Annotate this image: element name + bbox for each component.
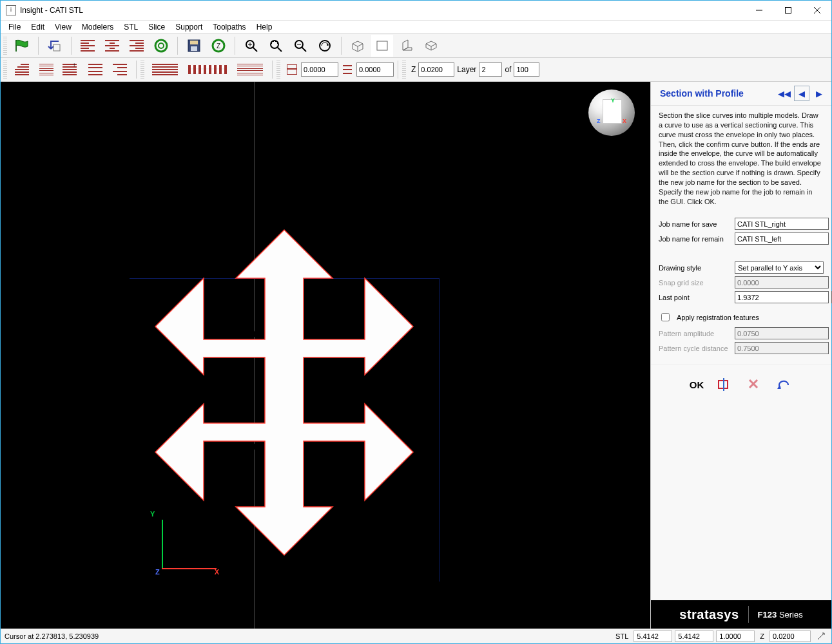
minimize-button[interactable] bbox=[744, 1, 773, 20]
view-side-icon[interactable] bbox=[396, 35, 418, 57]
width-2-icon[interactable] bbox=[340, 59, 355, 80]
indent-1-icon[interactable] bbox=[11, 59, 33, 80]
view-iso-icon[interactable] bbox=[347, 35, 369, 57]
pattern-solid-icon[interactable] bbox=[148, 59, 182, 80]
panel-action-row: OK bbox=[651, 365, 831, 399]
flag-green-icon[interactable] bbox=[11, 35, 33, 57]
status-z-label: Z bbox=[760, 632, 764, 640]
svg-line-19 bbox=[302, 47, 306, 52]
width-2-input[interactable] bbox=[356, 62, 394, 77]
status-bar: Cursor at 2.273813, 5.230939 STL 5.4142 … bbox=[1, 629, 831, 643]
circle-green-icon[interactable] bbox=[150, 35, 172, 57]
layer-input[interactable] bbox=[479, 62, 502, 77]
toolbar-grip[interactable] bbox=[402, 61, 406, 79]
input-job-remain[interactable] bbox=[735, 232, 829, 245]
menu-support[interactable]: Support bbox=[170, 21, 208, 33]
orb-x-label: X bbox=[623, 118, 626, 124]
menu-help[interactable]: Help bbox=[251, 21, 278, 33]
layer-label: Layer bbox=[457, 65, 476, 74]
svg-point-5 bbox=[155, 40, 167, 52]
orb-y-label: Y bbox=[611, 97, 615, 104]
view-top-icon[interactable] bbox=[420, 35, 442, 57]
menu-view[interactable]: View bbox=[50, 21, 77, 33]
svg-rect-22 bbox=[377, 41, 387, 50]
label-pattern-amplitude: Pattern amplitude bbox=[659, 330, 735, 337]
select-drawing-style[interactable]: Set parallel to Y axis bbox=[735, 261, 824, 274]
label-pattern-cycle: Pattern cycle distance bbox=[659, 345, 735, 352]
close-button[interactable] bbox=[802, 1, 831, 20]
input-job-save[interactable] bbox=[735, 218, 829, 230]
toolbar-grip[interactable] bbox=[140, 61, 144, 79]
width-1-input[interactable] bbox=[301, 62, 338, 77]
zoom-in-icon[interactable] bbox=[240, 35, 262, 57]
viewport-3d[interactable]: Y X Z Y Z X bbox=[1, 82, 651, 629]
menu-slice[interactable]: Slice bbox=[143, 21, 170, 33]
svg-line-13 bbox=[253, 47, 257, 52]
menu-modelers[interactable]: Modelers bbox=[77, 21, 119, 33]
toolbar-grip[interactable] bbox=[3, 37, 7, 55]
svg-rect-8 bbox=[190, 41, 198, 44]
orb-z-label: Z bbox=[597, 118, 601, 124]
menu-file[interactable]: File bbox=[3, 21, 26, 33]
orient-icon[interactable] bbox=[44, 35, 66, 57]
menu-edit[interactable]: Edit bbox=[26, 21, 50, 33]
toolbar-grip[interactable] bbox=[3, 61, 7, 79]
maximize-button[interactable] bbox=[773, 1, 802, 20]
input-pattern-cycle bbox=[735, 342, 829, 354]
undo-icon[interactable] bbox=[775, 377, 793, 392]
menu-toolpaths[interactable]: Toolpaths bbox=[208, 21, 251, 33]
panel-nav-next-icon[interactable]: ▶ bbox=[812, 86, 826, 100]
panel-nav-prev-icon[interactable]: ◀ bbox=[794, 86, 809, 101]
zoom-fit-icon[interactable] bbox=[265, 35, 287, 57]
confirm-curve-icon[interactable] bbox=[715, 377, 733, 392]
indent-4-icon[interactable] bbox=[84, 59, 106, 80]
align-left-icon[interactable] bbox=[77, 35, 99, 57]
rotate-view-icon[interactable] bbox=[314, 35, 336, 57]
axis-y-label: Y bbox=[150, 510, 219, 518]
view-front-icon[interactable] bbox=[371, 35, 393, 57]
status-tool-icon[interactable] bbox=[813, 630, 829, 643]
brand-series: F123 Series bbox=[758, 610, 803, 620]
ok-button[interactable]: OK bbox=[690, 379, 704, 390]
status-dim2: 5.4142 bbox=[675, 630, 713, 642]
label-apply-registration: Apply registration features bbox=[677, 314, 759, 321]
work-area: Y X Z Y Z X Section with Profile ◀◀ ◀ bbox=[1, 82, 831, 629]
pattern-dash-icon[interactable] bbox=[184, 59, 231, 80]
z-input[interactable] bbox=[418, 62, 454, 77]
indent-3-icon[interactable]: ↕ bbox=[60, 59, 82, 80]
app-icon: i bbox=[6, 5, 16, 15]
toolbar-grip[interactable] bbox=[276, 61, 280, 79]
align-right-icon[interactable] bbox=[126, 35, 148, 57]
menu-stl[interactable]: STL bbox=[119, 21, 143, 33]
width-1-icon[interactable] bbox=[284, 59, 300, 80]
view-cube[interactable]: Y X Z bbox=[588, 90, 635, 136]
input-last-point-x[interactable] bbox=[735, 291, 829, 303]
svg-point-21 bbox=[320, 41, 330, 51]
label-job-save: Job name for save bbox=[659, 220, 735, 228]
status-z-value: 0.0200 bbox=[769, 630, 811, 642]
brand-bar: stratasys F123 Series bbox=[651, 600, 831, 629]
svg-rect-1 bbox=[785, 8, 791, 14]
z-label: Z bbox=[411, 65, 416, 74]
panel-title: Section with Profile bbox=[660, 88, 775, 99]
origin-axes: Y Z X bbox=[150, 510, 219, 576]
label-drawing-style: Drawing style bbox=[659, 264, 735, 272]
circle-z-icon[interactable]: Z bbox=[208, 35, 229, 57]
checkbox-apply-registration[interactable] bbox=[661, 313, 670, 321]
indent-2-icon[interactable] bbox=[35, 59, 57, 80]
status-stl-label: STL bbox=[615, 632, 628, 640]
indent-5-icon[interactable] bbox=[109, 59, 131, 80]
app-window: i Insight - CATI STL File Edit View Mode… bbox=[0, 0, 832, 644]
pattern-thin-icon[interactable] bbox=[233, 59, 267, 80]
svg-rect-4 bbox=[53, 44, 60, 51]
axis-z-label: Z bbox=[155, 568, 160, 576]
brand-company: stratasys bbox=[679, 607, 739, 622]
status-cursor: Cursor at 2.273813, 5.230939 bbox=[2, 631, 610, 641]
save-icon[interactable] bbox=[183, 35, 205, 57]
label-snap-grid: Snap grid size bbox=[659, 279, 735, 287]
total-layers-input[interactable] bbox=[514, 62, 539, 77]
align-center-icon[interactable] bbox=[101, 35, 123, 57]
panel-nav-first-icon[interactable]: ◀◀ bbox=[777, 86, 791, 100]
zoom-out-icon[interactable] bbox=[289, 35, 311, 57]
cancel-icon[interactable] bbox=[745, 377, 763, 392]
